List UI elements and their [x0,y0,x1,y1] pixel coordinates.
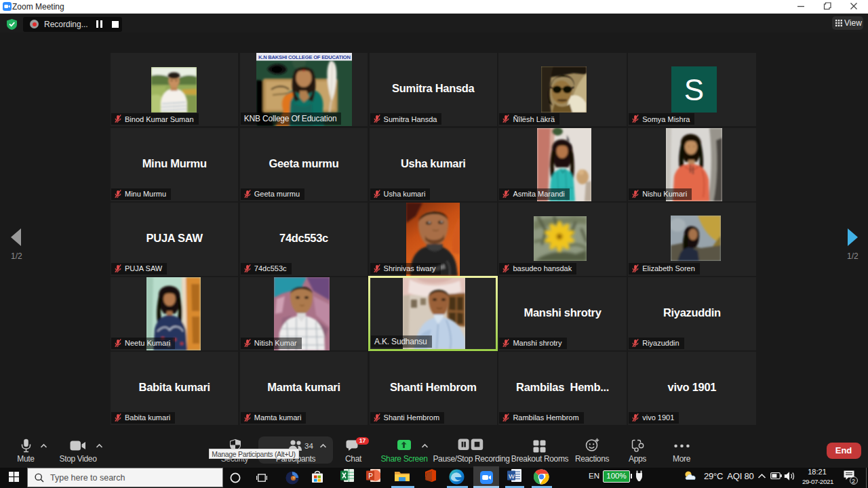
svg-text:S: S [684,73,704,106]
svg-text:P: P [368,472,373,480]
svg-text:K.N BAKSHI COLLEGE OF EDUCATI: K.N BAKSHI COLLEGE OF EDUCATION [258,54,351,60]
svg-text:W: W [509,472,515,480]
